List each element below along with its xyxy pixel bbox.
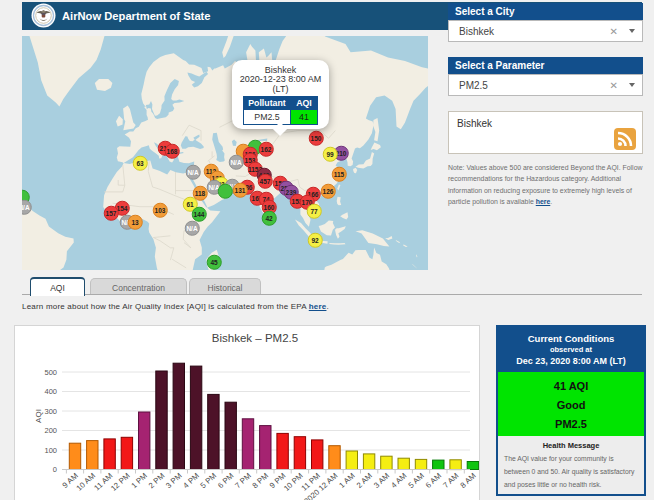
svg-text:5 AM: 5 AM (407, 471, 426, 490)
svg-text:1 PM: 1 PM (129, 471, 149, 490)
svg-text:8 PM: 8 PM (251, 471, 271, 490)
svg-text:12 PM: 12 PM (109, 471, 132, 493)
svg-text:4 PM: 4 PM (181, 471, 201, 490)
svg-text:4 AM: 4 AM (389, 471, 408, 490)
svg-text:100: 100 (44, 446, 57, 455)
svg-text:300: 300 (44, 407, 57, 416)
svg-text:500: 500 (44, 368, 57, 377)
svg-text:10 PM: 10 PM (282, 471, 305, 493)
svg-text:10 AM: 10 AM (75, 471, 97, 492)
svg-text:Bishkek – PM2.5: Bishkek – PM2.5 (212, 332, 298, 344)
svg-text:AQI: AQI (34, 409, 43, 423)
svg-text:6 AM: 6 AM (424, 471, 443, 490)
svg-text:1 AM: 1 AM (337, 471, 356, 490)
svg-text:6 PM: 6 PM (216, 471, 236, 490)
svg-text:5 PM: 5 PM (199, 471, 219, 490)
svg-text:8 AM: 8 AM (459, 471, 478, 490)
svg-text:7 AM: 7 AM (441, 471, 460, 490)
svg-text:7 PM: 7 PM (233, 471, 253, 490)
svg-text:0: 0 (53, 465, 57, 474)
svg-text:400: 400 (44, 387, 57, 396)
svg-text:2 AM: 2 AM (355, 471, 374, 490)
svg-text:3 PM: 3 PM (164, 471, 184, 490)
svg-text:2 PM: 2 PM (147, 471, 167, 490)
svg-text:3 AM: 3 AM (372, 471, 391, 490)
svg-text:200: 200 (44, 426, 57, 435)
